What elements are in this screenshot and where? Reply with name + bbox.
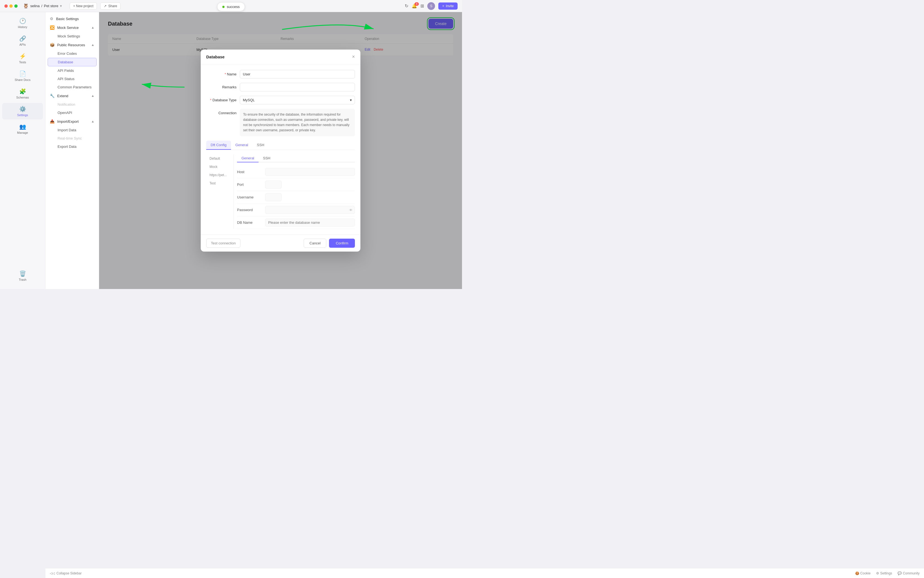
nav-item-error-codes[interactable]: Error Codes [48, 50, 97, 57]
config-tab-ssh[interactable]: SSH [252, 141, 269, 150]
nav-section-basic-settings[interactable]: ⚙ Basic Settings [45, 14, 99, 23]
database-type-select[interactable]: MySQL ▾ [240, 96, 355, 104]
name-input[interactable] [240, 70, 355, 78]
toast-text: success [227, 5, 240, 9]
sidebar-item-trash[interactable]: 🗑️ Trash [5, 268, 41, 284]
close-window-button[interactable] [5, 5, 8, 8]
port-label: Port [237, 182, 262, 187]
extend-icon: 🔧 [50, 94, 55, 98]
connection-label: Connection [206, 109, 237, 115]
test-connection-button[interactable]: Test connection [206, 239, 240, 248]
history-icon: 🕐 [19, 18, 26, 24]
main-layout: 🕐 History 🔗 APIs ⚡ Tests 📄 Share Docs 🧩 … [0, 12, 462, 289]
host-field-row: Host [237, 166, 355, 179]
config-tab-dft[interactable]: Dft Config [206, 141, 231, 150]
host-label: Host [237, 170, 262, 174]
config-test-item[interactable]: Test [206, 179, 231, 187]
share-docs-icon: 📄 [19, 70, 26, 77]
password-input-wrap: 👁 [265, 206, 355, 214]
db-name-input[interactable] [265, 219, 355, 227]
nav-item-database[interactable]: Database [48, 58, 97, 67]
titlebar: 🦉 selina / Pet store ▾ + New project ↗ S… [0, 0, 462, 12]
refresh-button[interactable]: ↻ [405, 3, 408, 8]
sidebar-item-history[interactable]: 🕐 History [2, 15, 43, 31]
project-name[interactable]: Pet store [44, 4, 58, 8]
footer-right-buttons: Cancel Confirm [304, 239, 355, 248]
nav-item-import-data[interactable]: Import Data [48, 126, 97, 134]
share-button[interactable]: ↗ Share [100, 2, 120, 10]
invite-button[interactable]: + Invite [438, 2, 458, 10]
nav-section-extend[interactable]: 🔧 Extend ▲ [45, 91, 99, 100]
nav-section-import-export[interactable]: 📥 Import/Export ▲ [45, 117, 99, 126]
nav-item-mock-settings[interactable]: Mock Settings [48, 32, 97, 40]
sidebar-item-schemas[interactable]: 🧩 Schemas [2, 85, 43, 102]
sidebar-item-label-manage: Manage [17, 131, 28, 134]
username-input[interactable] [265, 193, 282, 201]
confirm-button[interactable]: Confirm [329, 239, 355, 248]
basic-settings-label: Basic Settings [56, 17, 79, 21]
toast-status-icon [222, 6, 225, 8]
db-name-input-wrap [265, 219, 355, 227]
modal-close-button[interactable]: × [352, 54, 355, 60]
port-input[interactable] [265, 180, 282, 188]
password-visibility-toggle[interactable]: 👁 [349, 208, 353, 212]
project-chevron-icon[interactable]: ▾ [60, 4, 62, 8]
remarks-input[interactable] [240, 83, 355, 91]
nav-item-notification[interactable]: Notification [48, 101, 97, 109]
nav-section-public-resources[interactable]: 📦 Public Resources ▲ [45, 41, 99, 49]
import-export-icon: 📥 [50, 119, 55, 123]
nav-item-export-data[interactable]: Export Data [48, 143, 97, 151]
notification-button[interactable]: 🔔 8 [412, 3, 417, 8]
modal-overlay: Database × Name Remarks [99, 12, 462, 289]
breadcrumb-separator: / [41, 4, 42, 8]
username-label: Username [237, 195, 262, 199]
general-tab-general[interactable]: General [237, 154, 258, 162]
password-label: Password [237, 208, 262, 212]
database-type-field-row: Database Type MySQL ▾ [206, 96, 355, 104]
sidebar-item-settings[interactable]: ⚙️ Settings [2, 103, 43, 119]
db-name-field-row: DB Name [237, 216, 355, 229]
nav-item-api-status[interactable]: API Status [48, 75, 97, 83]
nav-section-mock-service[interactable]: 🔀 Mock Service ▲ [45, 23, 99, 32]
password-field-row: Password 👁 [237, 204, 355, 216]
nav-actions: + New project ↗ Share [70, 2, 121, 10]
dropdown-chevron-icon: ▾ [350, 98, 352, 102]
nav-item-openapi[interactable]: OpenAPI [48, 109, 97, 117]
notification-badge: 8 [415, 2, 419, 6]
config-https-item[interactable]: https://pet... [206, 171, 231, 179]
config-default-item[interactable]: Default [206, 154, 231, 163]
import-export-label: Import/Export [57, 119, 79, 123]
sidebar-item-share-docs[interactable]: 📄 Share Docs [2, 68, 43, 84]
success-toast: success [217, 2, 245, 11]
maximize-window-button[interactable] [14, 5, 18, 8]
sidebar-item-manage[interactable]: 👥 Manage [2, 120, 43, 137]
general-form: Host Port [237, 166, 355, 229]
general-tab-ssh[interactable]: SSH [258, 154, 275, 162]
host-input-wrap [265, 168, 355, 176]
layout-button[interactable]: ⊞ [421, 3, 424, 8]
minimize-window-button[interactable] [9, 5, 13, 8]
name-label: Name [206, 70, 237, 76]
cancel-button[interactable]: Cancel [304, 239, 326, 248]
host-input[interactable] [265, 168, 355, 176]
modal-title: Database [206, 55, 225, 59]
nav-panel: ⚙ Basic Settings 🔀 Mock Service ▲ Mock S… [45, 12, 99, 289]
password-input[interactable] [265, 206, 355, 214]
new-project-button[interactable]: + New project [70, 2, 97, 10]
modal-footer: Test connection Cancel Confirm [201, 234, 361, 252]
general-area: General SSH Host [234, 154, 355, 229]
config-mock-item[interactable]: Mock [206, 163, 231, 171]
traffic-lights [5, 5, 18, 8]
config-tab-general[interactable]: General [231, 141, 252, 150]
general-tabs: General SSH [237, 154, 355, 162]
sidebar-item-apis[interactable]: 🔗 APIs [2, 32, 43, 49]
nav-item-realtime-sync[interactable]: Real-time Sync [48, 134, 97, 142]
nav-item-api-fields[interactable]: API Fields [48, 67, 97, 75]
sidebar-item-tests[interactable]: ⚡ Tests [2, 50, 43, 67]
nav-item-common-parameters[interactable]: Common Parameters [48, 83, 97, 91]
sidebar-bottom: 🗑️ Trash [0, 265, 45, 287]
avatar[interactable]: S [427, 2, 435, 10]
remarks-field-row: Remarks [206, 83, 355, 91]
import-export-chevron: ▲ [91, 119, 94, 123]
port-input-wrap [265, 180, 355, 188]
